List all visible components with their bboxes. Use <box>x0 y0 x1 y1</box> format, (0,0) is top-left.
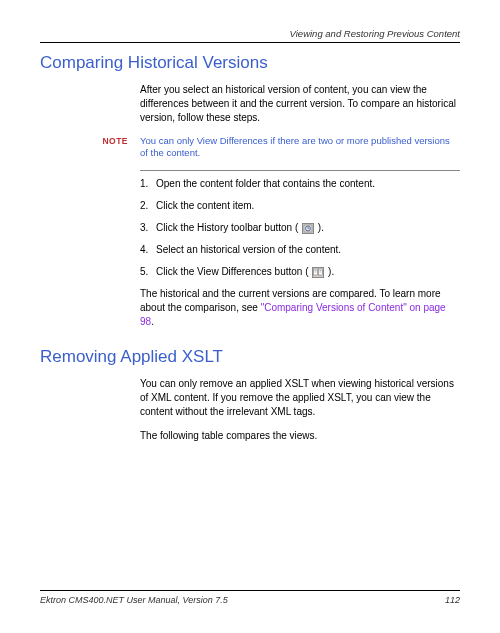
header-breadcrumb: Viewing and Restoring Previous Content <box>40 28 460 39</box>
step-text: Click the content item. <box>156 199 460 213</box>
page-footer: Ektron CMS400.NET User Manual, Version 7… <box>40 590 460 605</box>
step-text: Click the View Differences button ( ). <box>156 265 460 279</box>
step-text: Open the content folder that contains th… <box>156 177 460 191</box>
section-title-comparing: Comparing Historical Versions <box>40 53 460 73</box>
footer-page-number: 112 <box>445 595 460 605</box>
step-item: 1. Open the content folder that contains… <box>140 177 460 191</box>
step-number: 5. <box>140 265 156 279</box>
step-text: Select an historical version of the cont… <box>156 243 460 257</box>
step-text: Click the History toolbar button ( ). <box>156 221 460 235</box>
step-text-part: Click the View Differences button ( <box>156 266 308 277</box>
step-text-close: ). <box>318 222 324 233</box>
view-differences-icon <box>312 267 324 278</box>
step-item: 5. Click the View Differences button ( )… <box>140 265 460 279</box>
note-rule <box>140 170 460 171</box>
step-item: 4. Select an historical version of the c… <box>140 243 460 257</box>
step-text-part: Click the History toolbar button ( <box>156 222 298 233</box>
removing-para2: The following table compares the views. <box>140 429 460 443</box>
outro-end: . <box>151 316 154 327</box>
outro-paragraph: The historical and the current versions … <box>140 287 460 329</box>
footer-manual-title: Ektron CMS400.NET User Manual, Version 7… <box>40 595 228 605</box>
step-number: 1. <box>140 177 156 191</box>
note-label: NOTE <box>40 135 140 160</box>
header-rule <box>40 42 460 43</box>
note-row: NOTE You can only View Differences if th… <box>40 135 460 160</box>
history-toolbar-icon <box>302 223 314 234</box>
step-number: 2. <box>140 199 156 213</box>
step-text-close: ). <box>328 266 334 277</box>
steps-list: 1. Open the content folder that contains… <box>140 177 460 279</box>
footer-rule <box>40 590 460 591</box>
note-text: You can only View Differences if there a… <box>140 135 460 160</box>
removing-para1: You can only remove an applied XSLT when… <box>140 377 460 419</box>
step-item: 3. Click the History toolbar button ( ). <box>140 221 460 235</box>
intro-paragraph: After you select an historical version o… <box>140 83 460 125</box>
section-title-removing: Removing Applied XSLT <box>40 347 460 367</box>
step-item: 2. Click the content item. <box>140 199 460 213</box>
step-number: 3. <box>140 221 156 235</box>
step-number: 4. <box>140 243 156 257</box>
